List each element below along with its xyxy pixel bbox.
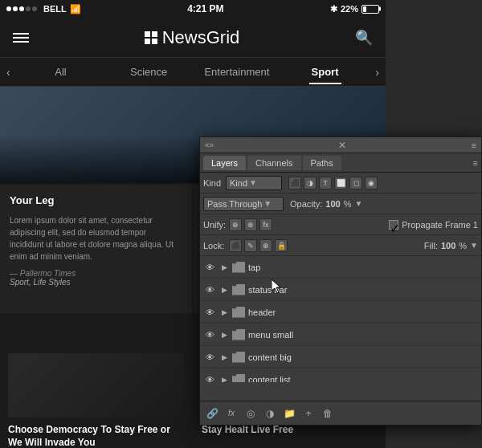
ps-mask-icon[interactable]: ◎ — [243, 406, 258, 421]
nav-next-chevron[interactable]: › — [369, 66, 386, 79]
ps-tab-layers[interactable]: Layers — [203, 156, 246, 170]
ps-panel-menu-icon[interactable]: ≡ — [472, 141, 476, 150]
layer-content-big[interactable]: 👁 ▶ content big — [200, 346, 481, 369]
ps-titlebar: «» ✕ ≡ — [200, 137, 481, 153]
ps-filter-row: Kind Kind ▼ ⬛ ◑ T ⬜ ◻ ◉ — [200, 173, 481, 193]
ps-close-button[interactable]: ✕ — [338, 140, 346, 151]
ps-group-icon[interactable]: 📁 — [282, 406, 296, 421]
ps-smart-filter-icon[interactable]: ◻ — [349, 177, 362, 189]
article-title-1: Your Leg — [10, 194, 182, 208]
ps-adjustment-icon[interactable]: ◑ — [263, 406, 277, 421]
tab-science[interactable]: Science — [104, 59, 193, 84]
ps-adjustment-filter-icon[interactable]: ◑ — [304, 177, 317, 189]
ps-shape-filter-icon[interactable]: ⬜ — [334, 177, 347, 189]
ps-new-layer-icon[interactable]: + — [301, 406, 316, 421]
ps-type-filter-icon[interactable]: T — [319, 177, 332, 189]
ps-link-icon[interactable]: 🔗 — [205, 406, 219, 421]
menu-button[interactable] — [13, 33, 29, 43]
ps-unify-style-icon[interactable]: ⊗ — [244, 218, 257, 231]
layer-folder-icon-header — [232, 307, 245, 318]
status-bar: BELL 📶 4:21 PM ✱ 22% — [0, 0, 386, 18]
ps-lock-position-icon[interactable]: ✎ — [244, 239, 257, 252]
article-category-1: Sport, Life Styles — [10, 278, 182, 287]
ps-unify-icons: ⊕ ⊗ fx — [229, 218, 272, 231]
bottom-article-1[interactable]: Choose Democracy To Stay Free or We Will… — [0, 345, 192, 448]
layer-visibility-header[interactable]: 👁 — [203, 306, 216, 319]
ps-tabs-menu-icon[interactable]: ≡ — [473, 158, 478, 168]
wifi-icon: 📶 — [70, 4, 81, 14]
article-body-1: Lorem ipsum dolor sit amet, consectetur … — [10, 214, 182, 263]
layer-visibility-status[interactable]: 👁 — [203, 283, 216, 296]
ps-lock-all-icon[interactable]: 🔒 — [275, 239, 288, 252]
layer-name-menu: menu small — [248, 330, 293, 340]
ps-blend-row: Pass Through ▼ Opacity: 100 % ▼ — [200, 193, 481, 214]
ps-fx-icon[interactable]: fx — [224, 406, 239, 421]
ps-tab-channels[interactable]: Channels — [247, 156, 300, 170]
ps-fill-value[interactable]: 100 — [441, 241, 455, 250]
layer-folder-icon-tap — [232, 262, 245, 273]
ps-propagate-label: Propagate Frame 1 — [402, 220, 478, 230]
ps-propagate-checkbox[interactable]: ✓ — [389, 220, 398, 230]
ps-filter-toggle[interactable]: ◉ — [365, 177, 378, 189]
nav-prev-chevron[interactable]: ‹ — [0, 66, 17, 79]
ps-bottom-bar: 🔗 fx ◎ ◑ 📁 + 🗑 — [200, 401, 481, 425]
status-left: BELL 📶 — [6, 4, 81, 14]
ps-filter-icons: ⬛ ◑ T ⬜ ◻ ◉ — [288, 177, 378, 189]
ps-lock-icons: ⬛ ✎ ⊕ 🔒 — [229, 239, 288, 252]
tab-sport[interactable]: Sport — [281, 59, 370, 84]
ps-unify-position-icon[interactable]: ⊕ — [229, 218, 242, 231]
tab-all[interactable]: All — [17, 59, 105, 84]
layer-expand-content-list[interactable]: ▶ — [219, 373, 229, 383]
bluetooth-icon: ✱ — [330, 4, 337, 14]
ps-tab-paths[interactable]: Paths — [303, 156, 341, 170]
ps-opacity-value[interactable]: 100 — [325, 199, 340, 209]
ps-lock-pixels-icon[interactable]: ⬛ — [229, 239, 242, 252]
layer-visibility-content-big[interactable]: 👁 — [203, 351, 216, 364]
battery-indicator — [362, 5, 379, 14]
ps-unify-fx-icon[interactable]: fx — [259, 218, 272, 231]
app-logo: NewsGrid — [145, 27, 240, 48]
tab-entertainment[interactable]: Entertainment — [193, 59, 281, 84]
layer-expand-content-big[interactable]: ▶ — [219, 351, 229, 364]
ps-unify-label: Unify: — [203, 220, 226, 230]
layer-header[interactable]: 👁 ▶ header — [200, 301, 481, 324]
ps-pixel-filter-icon[interactable]: ⬛ — [288, 177, 301, 189]
layer-folder-icon-content-list — [232, 374, 245, 383]
article-card-1[interactable]: Your Leg Lorem ipsum dolor sit amet, con… — [0, 185, 192, 313]
layer-expand-tap[interactable]: ▶ — [219, 261, 229, 274]
ps-lock-artboard-icon[interactable]: ⊕ — [259, 239, 272, 252]
ps-lock-label: Lock: — [203, 241, 224, 250]
search-button[interactable]: 🔍 — [355, 29, 373, 47]
ps-layers-panel: «» ✕ ≡ Layers Channels Paths ≡ Kind Kind… — [199, 136, 482, 426]
app-header: NewsGrid 🔍 — [0, 18, 386, 58]
layer-menu-small[interactable]: 👁 ▶ menu small — [200, 324, 481, 346]
ps-blend-mode-select[interactable]: Pass Through ▼ — [203, 197, 284, 211]
ps-unify-row: Unify: ⊕ ⊗ fx ✓ Propagate Frame 1 — [200, 214, 481, 235]
time-display: 4:21 PM — [187, 3, 223, 14]
ps-propagate-row: ✓ Propagate Frame 1 — [389, 220, 478, 230]
layer-name-header: header — [248, 307, 276, 317]
nav-tabs: ‹ All Science Entertainment Sport › — [0, 58, 386, 87]
layer-content-list[interactable]: 👁 ▶ content list — [200, 369, 481, 382]
layer-expand-header[interactable]: ▶ — [219, 306, 229, 319]
signal-dots — [6, 6, 37, 11]
layer-expand-status[interactable]: ▶ — [219, 283, 229, 296]
bottom-title-1: Choose Democracy To Stay Free or We Will… — [8, 424, 184, 448]
layer-tap[interactable]: 👁 ▶ tap — [200, 256, 481, 279]
fill-chevron: ▼ — [470, 241, 478, 250]
layer-visibility-menu[interactable]: 👁 — [203, 328, 216, 341]
layer-expand-menu[interactable]: ▶ — [219, 328, 229, 341]
layer-folder-icon-content-big — [232, 352, 245, 363]
ps-opacity-unit: % — [344, 199, 352, 209]
layer-status-bar[interactable]: 👁 ▶ status bar — [200, 279, 481, 301]
layer-visibility-content-list[interactable]: 👁 — [203, 373, 216, 383]
ps-delete-layer-icon[interactable]: 🗑 — [321, 406, 335, 421]
ps-filter-select[interactable]: Kind ▼ — [226, 176, 282, 190]
layer-name-status: status bar — [248, 285, 287, 295]
layer-visibility-tap[interactable]: 👁 — [203, 261, 216, 274]
layer-name-tap: tap — [248, 263, 260, 272]
ps-resize-icon[interactable]: «» — [205, 141, 214, 149]
ps-window-controls: «» — [205, 141, 214, 149]
ps-blend-mode-value: Pass Through — [207, 199, 262, 209]
logo-grid-icon — [145, 31, 157, 44]
